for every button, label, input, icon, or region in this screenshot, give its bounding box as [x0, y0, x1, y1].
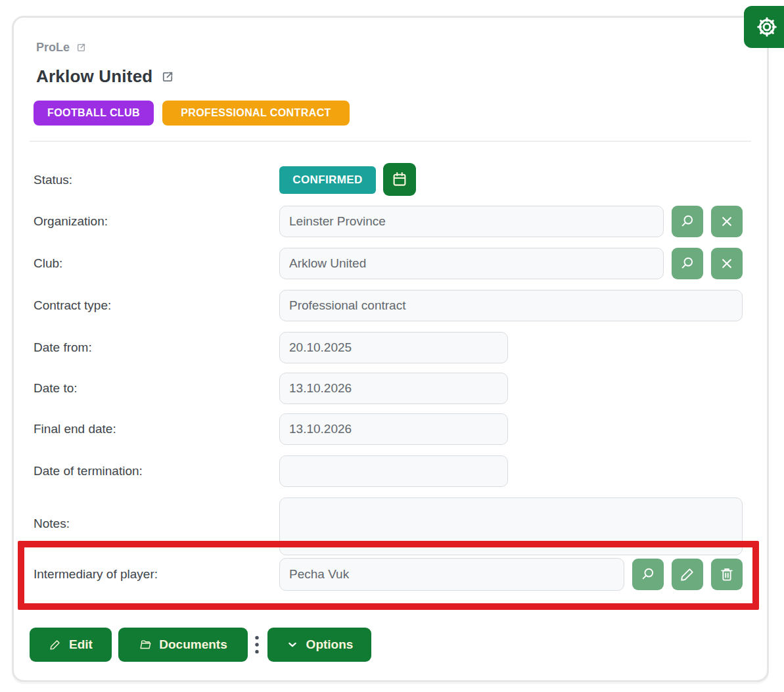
date-from-label: Date from:: [34, 339, 92, 356]
edit-icon: [679, 566, 696, 583]
club-type-badge: FOOTBALL CLUB: [34, 101, 154, 126]
intermediary-of-player-label: Intermediary of player:: [34, 566, 158, 583]
final-end-date-input[interactable]: [279, 413, 508, 445]
page-title: Arklow United: [36, 66, 152, 87]
organization-label: Organization:: [34, 213, 108, 230]
clear-icon: [718, 213, 735, 230]
more-actions-button[interactable]: [250, 628, 264, 662]
organization-input[interactable]: [279, 206, 664, 237]
club-input[interactable]: [279, 248, 664, 279]
calendar-icon: [390, 170, 409, 189]
app-link[interactable]: ProLe: [36, 41, 87, 55]
notes-textarea[interactable]: [279, 497, 743, 555]
search-icon: [639, 566, 657, 583]
organization-search-button[interactable]: [672, 206, 703, 237]
contract-type-badge: PROFESSIONAL CONTRACT: [162, 101, 350, 126]
edit-icon: [49, 638, 62, 651]
chevron-down-icon: [286, 638, 299, 651]
contract-type-label: Contract type:: [34, 297, 111, 314]
date-to-input[interactable]: [279, 373, 508, 404]
status-label: Status:: [34, 172, 72, 189]
intermediary-search-button[interactable]: [632, 559, 664, 590]
organization-clear-button[interactable]: [711, 206, 743, 237]
title-row: Arklow United: [36, 66, 175, 87]
search-icon: [679, 213, 696, 230]
documents-button-label: Documents: [159, 637, 227, 652]
date-to-label: Date to:: [34, 380, 78, 397]
documents-button[interactable]: Documents: [118, 628, 248, 662]
page: ProLe Arklow United FOOTBALL CLUB PROFES…: [0, 0, 784, 692]
app-link-label: ProLe: [36, 41, 70, 55]
date-of-termination-input[interactable]: [279, 455, 508, 487]
edit-button[interactable]: Edit: [30, 628, 112, 662]
contract-type-input[interactable]: [279, 290, 743, 321]
search-icon: [679, 255, 696, 272]
intermediary-delete-button[interactable]: [711, 559, 743, 590]
documents-icon: [139, 638, 152, 651]
club-clear-button[interactable]: [711, 248, 743, 279]
date-of-termination-label: Date of termination:: [34, 463, 143, 480]
status-badge: CONFIRMED: [279, 166, 376, 194]
external-link-icon[interactable]: [160, 70, 175, 84]
gear-icon: [754, 14, 779, 39]
options-button-label: Options: [306, 637, 354, 652]
status-calendar-button[interactable]: [383, 163, 416, 196]
edit-button-label: Edit: [69, 637, 93, 652]
club-search-button[interactable]: [672, 248, 703, 279]
intermediary-of-player-input[interactable]: [279, 558, 624, 591]
options-button[interactable]: Options: [267, 628, 371, 662]
date-from-input[interactable]: [279, 332, 508, 363]
intermediary-edit-button[interactable]: [672, 559, 703, 590]
divider: [30, 141, 751, 142]
delete-icon: [718, 566, 735, 583]
club-label: Club:: [34, 255, 62, 272]
settings-button[interactable]: [744, 6, 784, 48]
notes-label: Notes:: [34, 515, 70, 532]
clear-icon: [718, 255, 735, 272]
more-icon: [251, 634, 263, 656]
external-link-icon: [76, 42, 87, 53]
final-end-date-label: Final end date:: [34, 421, 116, 438]
